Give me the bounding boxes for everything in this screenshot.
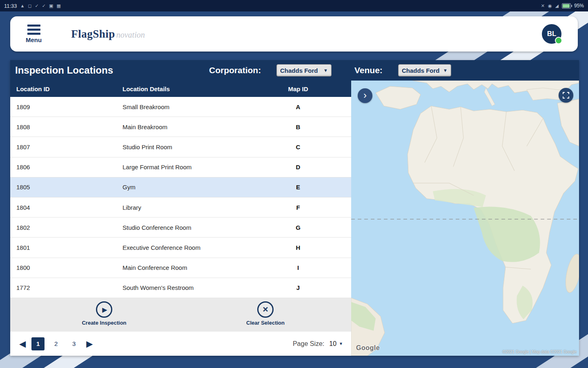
- toolbar: Inspection Locations Corporation: Chadds…: [10, 60, 579, 81]
- online-status-dot: [555, 37, 562, 44]
- page-size-value: 10: [329, 340, 336, 348]
- close-circle-icon: ✕: [257, 301, 274, 318]
- logo-primary-text: FlagShip: [71, 28, 115, 40]
- corporation-label: Corporation:: [209, 65, 261, 75]
- mute-icon: ✕: [541, 3, 545, 9]
- cell-location-id: 1808: [10, 123, 122, 130]
- main-content: Inspection Locations Corporation: Chadds…: [10, 60, 579, 356]
- check-icon: ✓: [35, 3, 39, 9]
- app-header: Menu FlagShip novation BL: [10, 16, 578, 52]
- column-header-map-id: Map ID: [270, 85, 327, 92]
- cell-map-id: J: [270, 284, 327, 291]
- chevron-right-icon: ›: [363, 90, 367, 100]
- cell-map-id: A: [270, 103, 327, 110]
- page-buttons: 123: [31, 337, 80, 350]
- table-row[interactable]: 1804LibraryF: [10, 197, 351, 218]
- table-row[interactable]: 1807Studio Print RoomC: [10, 137, 351, 157]
- page-button-1[interactable]: 1: [31, 337, 45, 350]
- cell-location-id: 1806: [10, 164, 122, 171]
- cell-map-id: B: [270, 123, 327, 130]
- screen: 11:33 ▲◻✓✓▣▦ ✕◉◢ 95% Menu FlagShip novat…: [0, 0, 588, 368]
- page-button-3[interactable]: 3: [67, 337, 80, 350]
- cell-location-details: Small Breakroom: [122, 103, 270, 110]
- corporation-value: Chadds Ford: [280, 67, 318, 74]
- signal-icon: ◢: [555, 3, 559, 9]
- table-row[interactable]: 1772South Women's RestroomJ: [10, 278, 351, 298]
- cell-location-id: 1772: [10, 284, 122, 291]
- cell-location-id: 1805: [10, 184, 122, 191]
- cell-location-details: Large Format Print Room: [122, 164, 270, 171]
- cell-location-details: Studio Print Room: [122, 144, 270, 150]
- clear-selection-button[interactable]: ✕ Clear Selection: [225, 301, 306, 326]
- cell-location-id: 1800: [10, 264, 122, 271]
- map-fullscreen-button[interactable]: [559, 88, 573, 103]
- sd-card-icon: ▦: [56, 3, 60, 9]
- cell-location-details: Gym: [122, 184, 270, 191]
- user-avatar[interactable]: BL: [542, 24, 561, 44]
- page-title: Inspection Locations: [15, 65, 113, 76]
- cell-location-details: Library: [122, 204, 270, 211]
- map-graphic: [351, 81, 579, 356]
- cell-location-id: 1802: [10, 224, 122, 231]
- map-panel[interactable]: › Google ©2021 Google | Map data ©2021 G…: [351, 81, 579, 356]
- action-bar: ▶ Create Inspection ✕ Clear Selection: [10, 298, 351, 332]
- status-right: ✕◉◢ 95%: [541, 3, 584, 9]
- app-logo: FlagShip novation: [71, 28, 145, 40]
- menu-label: Menu: [26, 36, 42, 43]
- next-page-button[interactable]: ▶: [86, 339, 93, 348]
- table-row[interactable]: 1801Executive Conference RoomH: [10, 238, 351, 258]
- cell-map-id: E: [270, 184, 327, 191]
- battery-percent: 95%: [574, 3, 584, 9]
- hamburger-icon: [27, 25, 40, 35]
- status-left-icons: ▲◻✓✓▣▦: [20, 3, 61, 9]
- status-bar: 11:33 ▲◻✓✓▣▦ ✕◉◢ 95%: [0, 0, 588, 11]
- location-table-body: 1809Small BreakroomA1808Main BreakroomB1…: [10, 97, 351, 298]
- cell-map-id: H: [270, 244, 327, 251]
- table-row[interactable]: 1802Studio Conference RoomG: [10, 218, 351, 238]
- battery-icon: [562, 3, 571, 9]
- create-inspection-label: Create Inspection: [82, 320, 126, 326]
- locations-table: Location ID Location Details Map ID 1809…: [10, 81, 351, 356]
- screenshot-icon: ▣: [49, 3, 53, 9]
- status-right-icons: ✕◉◢: [541, 3, 559, 9]
- cell-map-id: C: [270, 144, 327, 150]
- fullscreen-icon: [563, 92, 569, 99]
- page-button-2[interactable]: 2: [49, 337, 62, 350]
- cell-location-id: 1801: [10, 244, 122, 251]
- clock: 11:33: [4, 3, 17, 9]
- clear-selection-label: Clear Selection: [246, 320, 285, 326]
- location-icon: ◉: [548, 3, 552, 9]
- caret-down-icon: ▼: [323, 68, 328, 73]
- status-left: 11:33 ▲◻✓✓▣▦: [4, 3, 61, 9]
- menu-button[interactable]: Menu: [26, 25, 42, 43]
- map-expand-panel-button[interactable]: ›: [358, 88, 372, 103]
- previous-page-button[interactable]: ◀: [19, 339, 26, 348]
- google-logo: Google: [356, 344, 380, 352]
- page-size-label: Page Size:: [293, 340, 324, 348]
- cell-location-details: Main Breakroom: [122, 123, 270, 130]
- table-row[interactable]: 1808Main BreakroomB: [10, 117, 351, 137]
- cell-location-id: 1807: [10, 144, 122, 150]
- table-header-row: Location ID Location Details Map ID: [10, 81, 351, 97]
- check2-icon: ✓: [42, 3, 46, 9]
- upload-icon: ▲: [20, 3, 25, 8]
- caret-down-icon: ▼: [339, 341, 343, 346]
- table-row[interactable]: 1806Large Format Print RoomD: [10, 157, 351, 177]
- corporation-select[interactable]: Chadds Ford ▼: [276, 64, 332, 76]
- page-size-select[interactable]: 10 ▼: [329, 340, 343, 348]
- venue-select[interactable]: Chadds Ford ▼: [398, 64, 451, 76]
- column-header-location-id: Location ID: [10, 85, 122, 92]
- table-row[interactable]: 1809Small BreakroomA: [10, 97, 351, 117]
- venue-label: Venue:: [354, 65, 383, 75]
- cell-location-id: 1804: [10, 204, 122, 211]
- table-row[interactable]: 1805GymE: [10, 177, 351, 197]
- column-header-location-details: Location Details: [122, 85, 270, 92]
- cell-map-id: F: [270, 204, 327, 211]
- cell-map-id: D: [270, 164, 327, 171]
- cell-map-id: G: [270, 224, 327, 231]
- cell-location-id: 1809: [10, 103, 122, 110]
- table-row[interactable]: 1800Main Conference RoomI: [10, 258, 351, 278]
- avatar-initials: BL: [547, 30, 557, 38]
- logo-secondary-text: novation: [116, 30, 145, 40]
- create-inspection-button[interactable]: ▶ Create Inspection: [63, 301, 145, 326]
